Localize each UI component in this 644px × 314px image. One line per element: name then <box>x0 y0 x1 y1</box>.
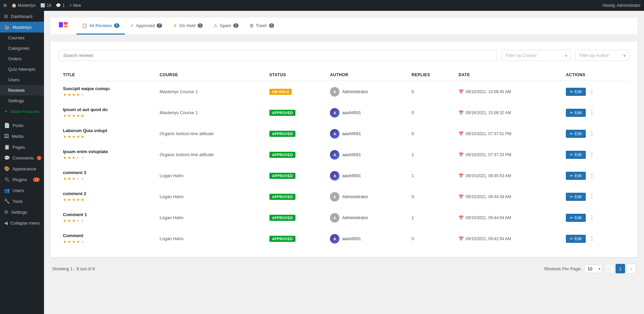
per-page-select[interactable]: 10 25 50 100 <box>584 265 602 273</box>
prev-page-button[interactable]: ‹ <box>605 264 614 273</box>
sidebar-item-collapse[interactable]: ◀ Collapse menu <box>0 217 44 228</box>
edit-button[interactable]: ✏ Edit <box>566 172 586 180</box>
admin-bar-comments[interactable]: 💬 1 <box>56 3 65 8</box>
date-value: 09/15/2021, 09:45:53 AM <box>466 173 511 178</box>
cell-actions: ✏ Edit ⋮ <box>562 102 629 123</box>
tab-approved[interactable]: ✓ Approved 7 <box>125 18 168 35</box>
review-title: Laborum Quia volupt <box>63 128 152 133</box>
star-icon: ★ <box>81 197 85 202</box>
page-1-button[interactable]: 1 <box>616 264 625 273</box>
col-title: TITLE <box>59 69 156 81</box>
cell-replies: 1 <box>407 207 454 228</box>
author-name: aashil591 <box>342 173 361 178</box>
star-icon: ★ <box>81 239 85 244</box>
cell-status: ON HOLD <box>265 81 326 102</box>
sidebar-item-more-features[interactable]: ✦ More Features <box>0 106 44 117</box>
more-options-button[interactable]: ⋮ <box>588 192 596 201</box>
edit-icon: ✏ <box>570 89 573 94</box>
sidebar-item-dashboard[interactable]: ⊞ Dashboard <box>0 11 44 22</box>
col-author: AUTHOR <box>326 69 407 81</box>
cell-title: Suscipit eaque cumqu ★★★★★ <box>59 81 156 102</box>
more-options-button[interactable]: ⋮ <box>588 129 596 138</box>
edit-button[interactable]: ✏ Edit <box>566 235 586 243</box>
author-cell: A aashil591 <box>330 234 403 244</box>
author-filter[interactable]: Filter by Author Administrator aashil591 <box>575 50 629 61</box>
star-icon: ★ <box>63 155 67 160</box>
sidebar-item-quiz-attempts[interactable]: Quiz Attempts <box>0 64 44 75</box>
sidebar-item-masteriyo[interactable]: 📚 Masteriyo <box>0 22 44 33</box>
star-icon: ★ <box>63 92 67 97</box>
sidebar-item-categories[interactable]: Categories <box>0 43 44 54</box>
sidebar-item-reviews[interactable]: Reviews <box>0 85 44 96</box>
star-icon: ★ <box>76 218 80 223</box>
sidebar-item-media[interactable]: 🖼 Media <box>0 131 44 142</box>
more-options-button[interactable]: ⋮ <box>588 171 596 180</box>
admin-bar-new[interactable]: + New <box>69 3 81 8</box>
appearance-icon: 🎨 <box>4 166 10 171</box>
sidebar-item-posts[interactable]: 📄 Posts <box>0 120 44 131</box>
edit-button[interactable]: ✏ Edit <box>566 130 586 138</box>
sidebar-item-settings-sub[interactable]: Settings <box>0 96 44 106</box>
star-icon: ★ <box>72 113 76 118</box>
status-badge: APPROVED <box>269 173 296 179</box>
review-title: Comment 1 <box>63 212 152 217</box>
admin-bar-site[interactable]: 🏠 Masteriyo <box>12 3 36 8</box>
comments-icon: 💬 <box>56 3 61 8</box>
table-row: comment 3 ★★★★★ Logan Hahn APPROVED A aa… <box>59 165 629 186</box>
sidebar-item-appearance[interactable]: 🎨 Appearance <box>0 163 44 174</box>
review-title: Comment <box>63 233 152 238</box>
showing-text: Showing 1 - 8 out of 8 <box>52 266 95 271</box>
more-options-button[interactable]: ⋮ <box>588 108 596 117</box>
edit-button[interactable]: ✏ Edit <box>566 151 586 159</box>
date-cell: 📅 09/15/2021, 07:37:33 PM <box>459 152 558 157</box>
sidebar-item-plugins[interactable]: 🔌 Plugins 12 <box>0 174 44 185</box>
cell-replies: 0 <box>407 123 454 144</box>
star-icon: ★ <box>81 155 85 160</box>
cell-course: Organic bottom-line attitude <box>156 123 265 144</box>
edit-button[interactable]: ✏ Edit <box>566 214 586 222</box>
sidebar-item-users[interactable]: 👥 Users <box>0 185 44 196</box>
more-options-button[interactable]: ⋮ <box>588 87 596 96</box>
date-value: 09/15/2021, 09:44:34 AM <box>466 194 511 199</box>
edit-button[interactable]: ✏ Edit <box>566 88 586 96</box>
sidebar-item-comments[interactable]: 💬 Comments 1 <box>0 152 44 163</box>
review-title: Ipsam enim voluptate <box>63 149 152 154</box>
col-course: COURSE <box>156 69 265 81</box>
sidebar-item-pages[interactable]: 📋 Pages <box>0 142 44 152</box>
star-icon: ★ <box>63 197 67 202</box>
more-options-button[interactable]: ⋮ <box>588 213 596 222</box>
course-filter[interactable]: Filter by Course Masteriyo Course 1 Orga… <box>501 50 571 61</box>
date-value: 09/16/2021, 10:08:45 AM <box>466 89 511 94</box>
cell-title: Ipsum ut aut quod do ★★★★★ <box>59 102 156 123</box>
tab-spam[interactable]: ⚠ Spam 1 <box>208 18 244 35</box>
star-icon: ★ <box>67 176 71 181</box>
sidebar-item-users-sub[interactable]: Users <box>0 75 44 85</box>
sidebar-item-courses[interactable]: Courses <box>0 33 44 43</box>
date-value: 09/16/2021, 10:08:32 AM <box>466 110 511 115</box>
more-options-button[interactable]: ⋮ <box>588 150 596 159</box>
avatar: A <box>330 129 339 139</box>
actions-cell: ✏ Edit ⋮ <box>566 87 625 96</box>
sidebar-item-orders[interactable]: Orders <box>0 54 44 64</box>
date-value: 09/15/2021, 07:37:51 PM <box>466 131 511 136</box>
review-stars: ★★★★★ <box>63 155 152 160</box>
star-icon: ★ <box>63 218 67 223</box>
review-title: comment 2 <box>63 191 152 196</box>
admin-bar-left: ⊞ 🏠 Masteriyo 🔄 18 💬 1 + New <box>3 3 597 8</box>
edit-button[interactable]: ✏ Edit <box>566 109 586 117</box>
sidebar-item-tools[interactable]: 🔧 Tools <box>0 196 44 207</box>
tab-on-hold[interactable]: ⏸ On Hold 1 <box>168 18 208 35</box>
admin-bar-updates[interactable]: 🔄 18 <box>40 3 51 8</box>
next-page-button[interactable]: › <box>626 264 636 273</box>
search-input[interactable] <box>59 50 497 61</box>
sidebar-item-settings[interactable]: ⚙ Settings <box>0 207 44 217</box>
tab-all-reviews[interactable]: 📋 All Reviews 8 <box>76 18 125 35</box>
cell-author: A Administrator <box>326 186 407 207</box>
edit-button[interactable]: ✏ Edit <box>566 193 586 201</box>
tab-trash[interactable]: 🗑 Trash 0 <box>244 18 280 35</box>
more-options-button[interactable]: ⋮ <box>588 234 596 243</box>
star-icon: ★ <box>76 197 80 202</box>
wp-logo-icon[interactable]: ⊞ <box>3 3 7 8</box>
avatar: A <box>330 171 339 181</box>
approved-tab-icon: ✓ <box>130 23 134 28</box>
